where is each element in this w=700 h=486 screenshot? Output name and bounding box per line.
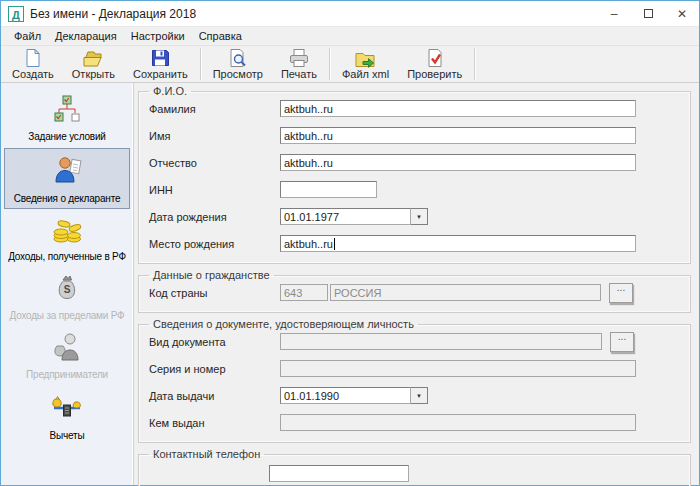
issued-by-label: Кем выдан xyxy=(149,417,280,429)
toolbar: Создать Открыть Сохранить xyxy=(1,46,699,83)
citizenship-group-title: Данные о гражданстве xyxy=(149,269,274,281)
birth-date-field[interactable] xyxy=(280,208,411,225)
verify-button[interactable]: Проверить xyxy=(398,47,471,81)
title-bar: Д Без имени - Декларация 2018 – ✕ xyxy=(1,1,699,27)
toolbar-separator xyxy=(474,48,475,80)
svg-text:Д: Д xyxy=(12,8,20,20)
toolbar-separator xyxy=(200,48,201,80)
sidebar-item-entrepreneurs[interactable]: Предприниматели xyxy=(4,327,130,384)
patronymic-label: Отчество xyxy=(149,157,280,169)
firstname-field[interactable] xyxy=(280,127,636,144)
open-folder-icon xyxy=(82,48,104,68)
text-caret xyxy=(334,238,335,250)
birth-date-label: Дата рождения xyxy=(149,211,280,223)
app-icon: Д xyxy=(8,6,24,22)
inn-field[interactable] xyxy=(280,181,377,198)
issue-date-dropdown-icon[interactable]: ▼ xyxy=(411,387,428,404)
birth-place-field[interactable]: aktbuh..ru xyxy=(280,235,636,252)
minimize-icon[interactable]: – xyxy=(597,1,631,26)
menu-declaration[interactable]: Декларация xyxy=(48,28,124,44)
declarant-form: Ф.И.О. Фамилия Имя Отчество ИНН xyxy=(134,83,699,485)
open-button[interactable]: Открыть xyxy=(63,47,124,81)
doc-type-label: Вид документа xyxy=(149,336,280,348)
phone-group-title: Контактный телефон xyxy=(149,448,264,460)
patronymic-field[interactable] xyxy=(280,154,636,171)
preview-button[interactable]: Просмотр xyxy=(204,47,272,81)
preview-icon xyxy=(227,48,248,68)
xml-export-icon xyxy=(354,48,377,68)
xml-file-button[interactable]: Файл xml xyxy=(333,47,398,81)
declarant-person-icon xyxy=(51,154,83,190)
inn-label: ИНН xyxy=(149,184,280,196)
phone-field[interactable] xyxy=(269,465,409,482)
conditions-flowchart-icon xyxy=(51,94,83,128)
menu-settings[interactable]: Настройки xyxy=(124,28,192,44)
sidebar-item-conditions[interactable]: Задание условий xyxy=(4,89,130,146)
navigation-sidebar: Задание условий Сведения о декларанте xyxy=(1,83,134,485)
birth-date-dropdown-icon[interactable]: ▼ xyxy=(411,208,428,225)
citizenship-group: Данные о гражданстве Код страны ... xyxy=(138,269,691,313)
deductions-scales-icon xyxy=(50,391,84,427)
menu-help[interactable]: Справка xyxy=(192,28,249,44)
fio-group: Ф.И.О. Фамилия Имя Отчество ИНН xyxy=(138,85,691,264)
series-number-label: Серия и номер xyxy=(149,363,280,375)
save-icon xyxy=(150,48,170,68)
create-button[interactable]: Создать xyxy=(3,47,63,81)
country-browse-button[interactable]: ... xyxy=(609,283,633,303)
verify-icon xyxy=(424,48,445,68)
window-title: Без имени - Декларация 2018 xyxy=(30,7,196,21)
doc-type-browse-button[interactable]: ... xyxy=(610,332,634,352)
birth-place-label: Место рождения xyxy=(149,238,280,250)
maximize-icon[interactable] xyxy=(631,1,665,26)
identity-document-group: Сведения о документе, удостоверяющем лич… xyxy=(138,318,691,443)
sidebar-item-deductions[interactable]: Вычеты xyxy=(4,386,130,445)
doc-type-field xyxy=(280,333,602,350)
country-name-field xyxy=(330,284,601,301)
country-code-label: Код страны xyxy=(149,287,280,299)
print-icon xyxy=(288,48,310,68)
phone-group: Контактный телефон xyxy=(138,448,691,486)
svg-text:S: S xyxy=(64,284,71,295)
print-button[interactable]: Печать xyxy=(272,47,326,81)
app-window: Д Без имени - Декларация 2018 – ✕ Файл Д… xyxy=(0,0,700,486)
new-document-icon xyxy=(22,48,43,68)
issued-by-field xyxy=(280,414,636,431)
close-icon[interactable]: ✕ xyxy=(665,1,699,26)
firstname-label: Имя xyxy=(149,130,280,142)
coins-icon xyxy=(50,216,84,248)
country-code-field xyxy=(280,284,328,301)
money-bag-icon: S xyxy=(53,273,81,307)
save-button[interactable]: Сохранить xyxy=(124,47,197,81)
toolbar-separator xyxy=(329,48,330,80)
identity-document-group-title: Сведения о документе, удостоверяющем лич… xyxy=(149,318,418,330)
sidebar-item-income-abroad[interactable]: S Доходы за пределами РФ xyxy=(4,268,130,325)
surname-label: Фамилия xyxy=(149,103,280,115)
series-number-field xyxy=(280,360,636,377)
sidebar-item-income-rf[interactable]: Доходы, полученные в РФ xyxy=(4,211,130,266)
menu-file[interactable]: Файл xyxy=(7,28,48,44)
sidebar-item-declarant[interactable]: Сведения о декларанте xyxy=(4,148,130,209)
fio-group-title: Ф.И.О. xyxy=(149,85,191,97)
entrepreneur-icon xyxy=(51,332,83,366)
issue-date-label: Дата выдачи xyxy=(149,390,280,402)
menu-bar: Файл Декларация Настройки Справка xyxy=(1,27,699,46)
issue-date-field[interactable] xyxy=(280,387,411,404)
surname-field[interactable] xyxy=(280,100,636,117)
